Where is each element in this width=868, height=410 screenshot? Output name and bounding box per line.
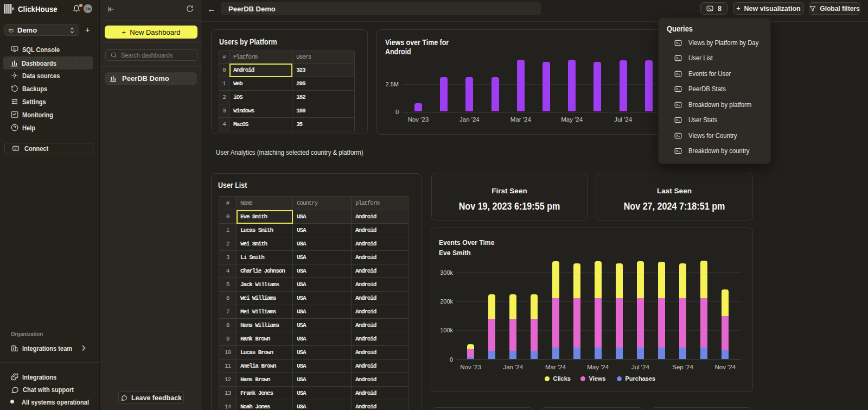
svg-text:aws: aws (9, 28, 14, 31)
